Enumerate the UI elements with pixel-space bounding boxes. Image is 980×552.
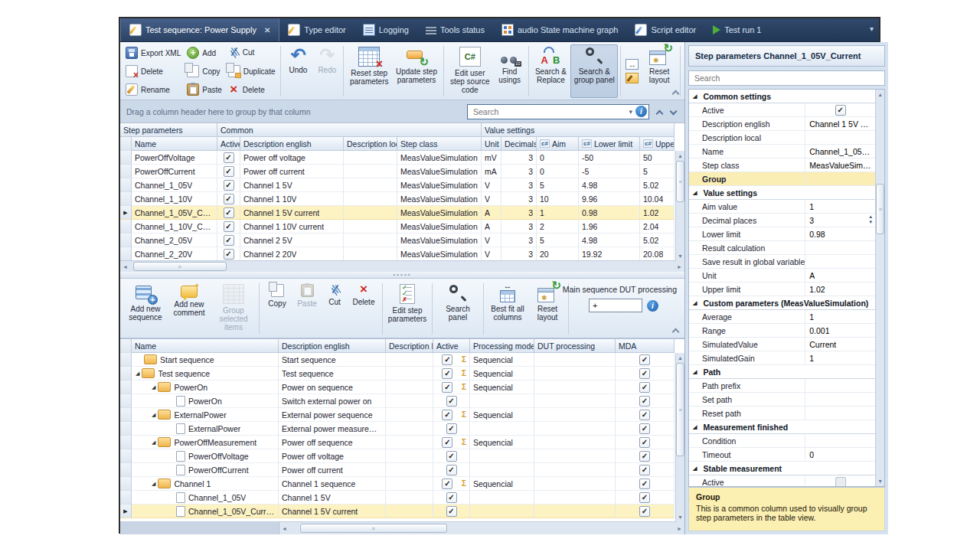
table-row[interactable]: Channel_2_05VChannel 2 5VMeasValueSimula…	[120, 234, 684, 247]
tree-expander-icon[interactable]: ◢	[152, 412, 155, 418]
row-gutter[interactable]	[120, 477, 132, 491]
property-value[interactable]	[805, 379, 875, 392]
toolbar-button-delete[interactable]: Delete	[348, 282, 380, 336]
section-header-measurement-finished[interactable]: ◢Measurement finished	[689, 420, 875, 434]
property-row[interactable]: Lower limit0.98	[689, 227, 875, 241]
row-gutter[interactable]	[120, 247, 132, 261]
checkbox-checked-icon[interactable]	[639, 382, 650, 393]
checkbox-checked-icon[interactable]	[446, 492, 457, 503]
search-next-button[interactable]	[671, 109, 677, 115]
row-gutter[interactable]	[120, 192, 132, 206]
ribbon-button-delete[interactable]: Delete	[123, 64, 183, 78]
row-gutter[interactable]	[120, 394, 132, 408]
property-row[interactable]: Average1	[689, 310, 875, 324]
vertical-scrollbar[interactable]: ▲≡▼	[675, 353, 684, 522]
table-row[interactable]: ▶Channel_1_05V_CurrentChannel 1 5V curre…	[120, 206, 684, 220]
row-gutter[interactable]	[120, 449, 132, 463]
property-row[interactable]: Upper limit1.02	[689, 283, 875, 296]
checkbox-checked-icon[interactable]	[639, 506, 650, 517]
property-row[interactable]: Timeout0	[689, 448, 875, 462]
ribbon-button-search-replace[interactable]: ABSearch & Replace	[531, 44, 571, 98]
property-row[interactable]: Condition	[689, 434, 875, 448]
info-icon[interactable]: i	[647, 300, 658, 312]
column-header-processing-mode[interactable]: Processing mode	[470, 339, 534, 353]
checkbox-checked-icon[interactable]	[639, 354, 650, 365]
property-value[interactable]: Channel 1 5V cu...	[805, 117, 875, 130]
horizontal-splitter[interactable]: •••••	[120, 272, 684, 279]
column-header-active[interactable]: Active	[217, 137, 240, 151]
scroll-down-arrow[interactable]: ▼	[676, 512, 684, 522]
row-gutter[interactable]	[120, 422, 132, 436]
section-header-path[interactable]: ◢Path	[689, 365, 875, 379]
row-gutter[interactable]	[120, 220, 132, 234]
property-row[interactable]: Set path	[689, 393, 875, 407]
row-gutter[interactable]	[120, 463, 132, 477]
column-header-step-class[interactable]: Step class	[397, 137, 482, 151]
column-header-dut-processing[interactable]: DUT processing	[534, 339, 616, 353]
ribbon-button-reset-layout[interactable]: ↻Reset layout	[641, 44, 678, 98]
property-row[interactable]: Active	[689, 103, 875, 117]
collapse-toolbar-icon[interactable]	[673, 328, 678, 333]
tree-row[interactable]: PowerOffVoltagePower off voltage	[120, 449, 684, 463]
property-value[interactable]	[805, 131, 875, 144]
section-expander-icon[interactable]: ◢	[693, 424, 697, 430]
tree-row[interactable]: PowerOnSwitch external power on	[120, 394, 684, 408]
row-gutter[interactable]	[120, 178, 132, 192]
column-header-upper-limit[interactable]: c#Upper limit	[640, 137, 675, 151]
tab-tools-status[interactable]: Tools status	[417, 18, 493, 41]
property-value[interactable]: MeasValueSimul...	[805, 158, 875, 171]
toolbar-button-group-selected-items[interactable]: Group selected items	[211, 282, 256, 336]
table-row[interactable]: PowerOffCurrentPower off currentMeasValu…	[120, 165, 684, 178]
tree-row[interactable]: ExternalPowerExternal power measurement	[120, 422, 684, 436]
ribbon-button-cut[interactable]: Cut	[226, 46, 278, 59]
row-gutter[interactable]	[120, 165, 132, 178]
tab-script-editor[interactable]: Script editor	[626, 18, 704, 41]
property-value[interactable]	[805, 241, 875, 254]
property-value[interactable]	[805, 255, 875, 268]
ribbon-button-rename[interactable]: Rename	[123, 83, 183, 96]
checkbox-checked-icon[interactable]	[639, 410, 650, 420]
property-value[interactable]: 0	[805, 448, 875, 461]
section-expander-icon[interactable]: ◢	[693, 300, 697, 306]
checkbox-checked-icon[interactable]	[446, 506, 457, 517]
horizontal-scrollbar[interactable]: ◄≡►	[120, 521, 684, 534]
scroll-up-arrow[interactable]: ▲	[876, 90, 884, 100]
checkbox-checked-icon[interactable]	[446, 451, 457, 462]
tree-row[interactable]: ◢PowerOnPower on sequenceΣSequencial	[120, 381, 684, 394]
row-gutter[interactable]	[120, 353, 132, 367]
horizontal-scrollbar[interactable]: ◄≡►	[120, 260, 684, 272]
property-row[interactable]: Reset path	[689, 407, 875, 420]
checkbox-checked-icon[interactable]	[835, 105, 846, 116]
toolbar-button-add-new-sequence[interactable]: +Add new sequence	[123, 282, 168, 336]
toolbar-button-paste[interactable]: Paste	[292, 282, 322, 336]
table-edit-icon[interactable]	[626, 73, 639, 83]
column-header-aim[interactable]: c#Aim	[537, 137, 579, 151]
vertical-scrollbar[interactable]: ▲≡▼	[875, 90, 884, 486]
property-value[interactable]: 1.02	[805, 283, 875, 296]
band-header[interactable]: Step parameters	[120, 123, 217, 137]
ribbon-button-edit-user-step-source-code[interactable]: C#Edit user step source code	[446, 44, 494, 98]
property-row[interactable]: Aim value1	[689, 200, 875, 214]
row-gutter[interactable]	[120, 491, 132, 505]
checkbox-checked-icon[interactable]	[224, 235, 234, 246]
scrollbar-thumb[interactable]: ≡	[676, 161, 684, 202]
row-gutter[interactable]: ▶	[120, 206, 132, 220]
panel-search-input[interactable]	[693, 73, 880, 83]
column-header-name[interactable]: Name	[132, 339, 279, 353]
band-header[interactable]: Common	[217, 123, 482, 137]
property-value[interactable]	[805, 103, 875, 116]
property-row[interactable]: Path prefix	[689, 379, 875, 393]
tab-overflow-icon[interactable]: ▾	[870, 25, 874, 33]
checkbox-checked-icon[interactable]	[442, 382, 452, 393]
chevron-down-icon[interactable]: ▾	[629, 108, 632, 116]
property-row[interactable]: Group	[689, 172, 875, 186]
checkbox-checked-icon[interactable]	[639, 492, 650, 503]
tree-expander-icon[interactable]: ◢	[152, 481, 155, 487]
section-expander-icon[interactable]: ◢	[693, 369, 697, 375]
tree-row[interactable]: PowerOffCurrentPower off current	[120, 463, 684, 477]
scrollbar-thumb[interactable]: ≡	[676, 363, 684, 456]
section-header-value-settings[interactable]: ◢Value settings	[689, 186, 875, 200]
ribbon-button-copy[interactable]: Copy	[185, 64, 224, 78]
tree-row[interactable]: Channel_1_05VChannel 1 5V	[120, 491, 684, 505]
checkbox-checked-icon[interactable]	[442, 479, 452, 489]
